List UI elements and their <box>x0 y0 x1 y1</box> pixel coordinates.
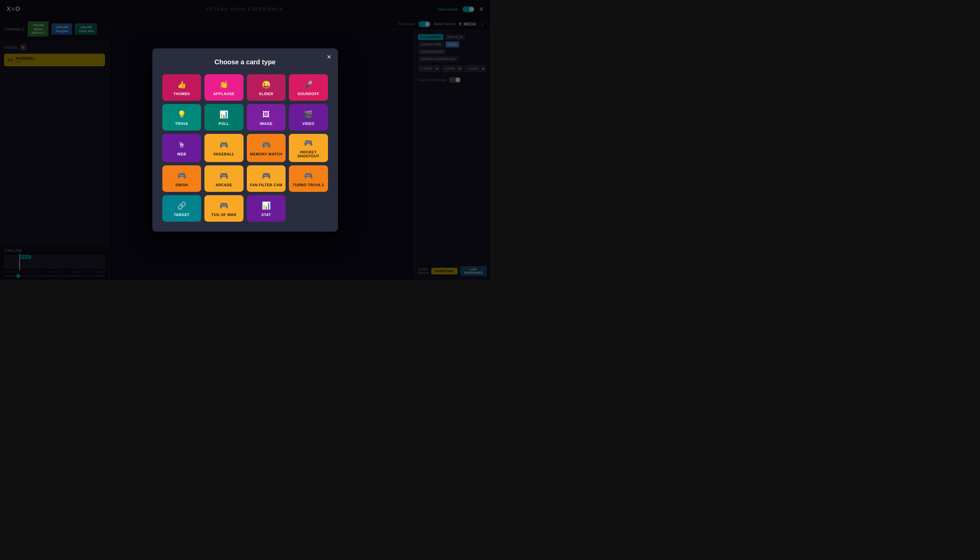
target-label: TARGET <box>174 213 190 217</box>
card-type-slider[interactable]: 😜 SLIDER <box>247 74 286 101</box>
applause-icon: 👏 <box>219 80 228 89</box>
fan-filter-cam-label: FAN FILTER CAM <box>250 183 282 187</box>
skeeball-icon: 🎮 <box>219 141 228 150</box>
card-type-arcade[interactable]: 🎮 ARCADE <box>205 165 243 192</box>
card-type-hockey-shootout[interactable]: 🎮 HOCKEY SHOOTOUT <box>289 134 328 162</box>
card-type-soundoff[interactable]: 🎤 SOUNDOFF <box>289 74 328 101</box>
stat-icon: 📊 <box>262 202 271 210</box>
card-type-memory-match[interactable]: 🎮 MEMORY MATCH <box>247 134 286 162</box>
slider-label: SLIDER <box>259 92 273 96</box>
app-background: X≡O EXTEND YOUR EXPERIENCE User Count ≡ … <box>0 0 490 280</box>
card-type-modal: × Choose a card type 👍 THUMBS 👏 APPLAUSE… <box>152 48 338 232</box>
tug-of-war-icon: 🎮 <box>219 202 228 210</box>
slider-icon: 😜 <box>262 80 271 89</box>
card-type-thumbs[interactable]: 👍 THUMBS <box>162 74 201 101</box>
trivia-icon: 💡 <box>177 110 186 119</box>
card-type-grid: 👍 THUMBS 👏 APPLAUSE 😜 SLIDER 🎤 SOUNDOFF <box>162 74 328 222</box>
image-label: IMAGE <box>260 122 273 126</box>
image-icon: 🖼 <box>262 110 270 119</box>
swish-label: SWISH <box>175 183 188 187</box>
stat-label: STAT <box>261 213 271 217</box>
card-type-poll[interactable]: 📊 POLL <box>205 104 243 130</box>
card-type-image[interactable]: 🖼 IMAGE <box>247 104 286 130</box>
modal-title: Choose a card type <box>162 58 328 66</box>
card-type-skeeball[interactable]: 🎮 SKEEBALL <box>205 134 243 162</box>
poll-label: POLL <box>219 122 229 126</box>
modal-overlay[interactable]: × Choose a card type 👍 THUMBS 👏 APPLAUSE… <box>0 0 490 280</box>
modal-close-button[interactable]: × <box>327 53 331 61</box>
thumbs-label: THUMBS <box>173 92 190 96</box>
fan-filter-cam-icon: 🎮 <box>262 172 271 180</box>
web-icon: 🖱 <box>178 141 185 150</box>
card-type-turbo-trivia-2[interactable]: 🎮 TURBO TRIVIA 2 <box>289 165 328 192</box>
skeeball-label: SKEEBALL <box>213 152 234 156</box>
card-type-swish[interactable]: 🎮 SWISH <box>162 165 201 192</box>
applause-label: APPLAUSE <box>213 92 235 96</box>
turbo-trivia-2-icon: 🎮 <box>304 172 313 180</box>
video-label: VIDEO <box>302 122 314 126</box>
card-type-web[interactable]: 🖱 WEB <box>162 134 201 162</box>
tug-of-war-label: TUG OF WAR <box>211 213 236 217</box>
card-type-applause[interactable]: 👏 APPLAUSE <box>205 74 243 101</box>
hockey-shootout-label: HOCKEY SHOOTOUT <box>291 150 325 158</box>
card-type-video[interactable]: 🎬 VIDEO <box>289 104 328 130</box>
turbo-trivia-2-label: TURBO TRIVIA 2 <box>293 183 324 187</box>
thumbs-icon: 👍 <box>177 80 186 89</box>
poll-icon: 📊 <box>219 110 228 119</box>
web-label: WEB <box>177 152 186 156</box>
target-icon: 🔗 <box>177 202 186 210</box>
card-type-target[interactable]: 🔗 TARGET <box>162 195 201 222</box>
soundoff-label: SOUNDOFF <box>298 92 319 96</box>
card-type-trivia[interactable]: 💡 TRIVIA <box>162 104 201 130</box>
card-type-fan-filter-cam[interactable]: 🎮 FAN FILTER CAM <box>247 165 286 192</box>
arcade-label: ARCADE <box>216 183 232 187</box>
card-type-stat[interactable]: 📊 STAT <box>247 195 286 222</box>
arcade-icon: 🎮 <box>219 172 228 180</box>
video-icon: 🎬 <box>304 110 313 119</box>
card-type-tug-of-war[interactable]: 🎮 TUG OF WAR <box>205 195 243 222</box>
soundoff-icon: 🎤 <box>304 80 313 89</box>
memory-match-icon: 🎮 <box>262 141 271 150</box>
swish-icon: 🎮 <box>177 172 186 180</box>
hockey-shootout-icon: 🎮 <box>304 139 313 147</box>
memory-match-label: MEMORY MATCH <box>250 152 282 156</box>
trivia-label: TRIVIA <box>175 122 188 126</box>
